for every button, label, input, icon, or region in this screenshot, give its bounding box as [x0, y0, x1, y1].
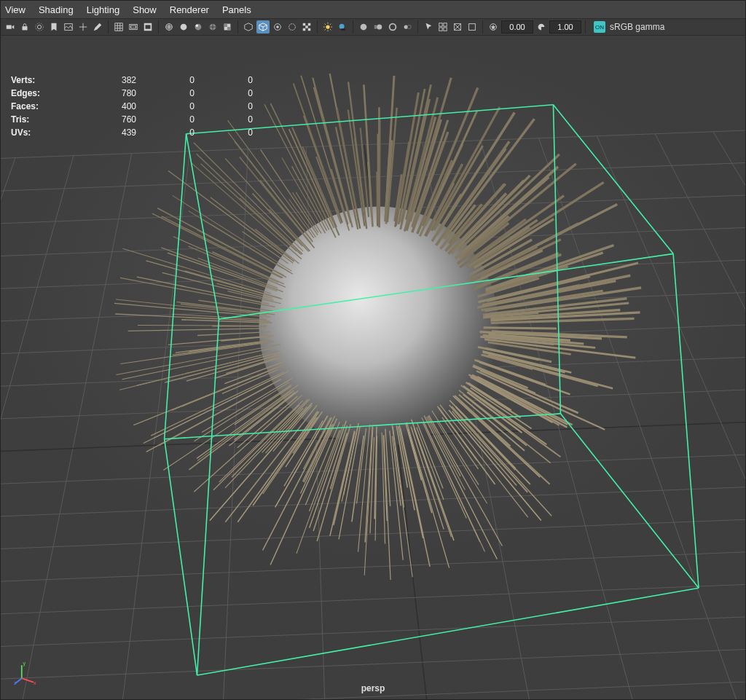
- svg-line-66: [539, 138, 745, 699]
- svg-rect-0: [23, 26, 28, 30]
- xray-icon[interactable]: [256, 20, 270, 34]
- select-camera-icon[interactable]: [4, 20, 17, 34]
- hud-row-edges: Edges: 780 0 0: [11, 87, 266, 100]
- svg-rect-14: [224, 24, 227, 27]
- svg-line-242: [181, 320, 272, 323]
- svg-line-256: [122, 248, 270, 294]
- svg-line-201: [219, 401, 303, 482]
- axis-gizmo: y x z: [14, 660, 40, 686]
- svg-line-54: [110, 152, 190, 699]
- menu-view[interactable]: View: [5, 4, 25, 15]
- toolbar-separator: [417, 20, 418, 34]
- overlay1-icon[interactable]: [451, 20, 464, 34]
- menu-show[interactable]: Show: [133, 4, 157, 15]
- depth-of-field-icon[interactable]: [401, 20, 414, 34]
- svg-point-17: [276, 25, 279, 28]
- xray-joints-icon[interactable]: [271, 20, 284, 34]
- toolbar-separator: [353, 20, 353, 34]
- svg-line-121: [449, 400, 530, 484]
- svg-line-414: [22, 678, 34, 682]
- gamma-field[interactable]: 1.00: [549, 20, 581, 34]
- svg-line-144: [412, 420, 454, 540]
- isolate-select-icon[interactable]: [242, 20, 255, 34]
- svg-point-29: [390, 24, 396, 31]
- svg-line-204: [229, 390, 299, 446]
- use-all-lights-icon[interactable]: [321, 20, 334, 34]
- textured-icon[interactable]: [221, 20, 234, 34]
- menu-shading[interactable]: Shading: [39, 4, 74, 15]
- svg-line-408: [197, 319, 219, 675]
- svg-point-9: [181, 24, 187, 31]
- toolbar-separator: [585, 20, 586, 34]
- menu-lighting[interactable]: Lighting: [87, 4, 120, 15]
- svg-point-1: [37, 25, 41, 28]
- select-tool-icon[interactable]: [422, 20, 435, 34]
- svg-line-68: [597, 136, 745, 699]
- svg-line-210: [163, 385, 292, 471]
- svg-rect-37: [469, 24, 476, 31]
- checker-icon[interactable]: [300, 20, 313, 34]
- svg-line-233: [173, 342, 267, 355]
- svg-line-67: [1, 560, 745, 634]
- anti-aliasing-icon[interactable]: [386, 20, 399, 34]
- svg-line-115: [459, 390, 551, 463]
- svg-rect-20: [308, 23, 311, 26]
- svg-line-410: [560, 414, 699, 588]
- xray-components-icon[interactable]: [286, 20, 299, 34]
- menu-renderer[interactable]: Renderer: [170, 4, 209, 15]
- 2d-pan-zoom-icon[interactable]: [76, 20, 90, 34]
- gate-mask-icon[interactable]: [141, 20, 154, 34]
- smooth-shade-all-icon[interactable]: [177, 20, 190, 34]
- polycount-icon[interactable]: [436, 20, 449, 34]
- svg-line-240: [138, 325, 267, 326]
- svg-line-299: [292, 127, 339, 236]
- gamma-icon[interactable]: [535, 20, 548, 34]
- hud-row-tris: Tris: 760 0 0: [11, 113, 266, 126]
- svg-line-48: [1, 158, 15, 699]
- image-plane-icon[interactable]: [62, 20, 75, 34]
- colorspace-badge-icon: ON: [594, 21, 605, 33]
- viewport[interactable]: Verts: 382 0 0 Edges: 780 0 0 Faces: 400…: [1, 36, 745, 699]
- film-gate-icon[interactable]: [127, 20, 140, 34]
- svg-line-217: [151, 371, 284, 436]
- ssao-icon[interactable]: [357, 20, 370, 34]
- svg-point-25: [339, 24, 345, 29]
- svg-rect-34: [439, 28, 442, 31]
- svg-line-260: [173, 237, 278, 283]
- exposure-icon[interactable]: [487, 20, 500, 34]
- svg-line-70: [655, 134, 745, 699]
- grease-pencil-icon[interactable]: [91, 20, 104, 34]
- overlay2-icon[interactable]: [466, 20, 479, 34]
- use-default-material-icon[interactable]: [192, 20, 205, 34]
- svg-line-69: [1, 591, 745, 668]
- svg-line-238: [128, 329, 267, 331]
- svg-line-50: [1, 156, 74, 699]
- svg-line-228: [119, 351, 279, 390]
- shadows-icon[interactable]: [336, 20, 349, 34]
- bookmarks-icon[interactable]: [47, 20, 60, 34]
- wireframe-icon[interactable]: [162, 20, 176, 34]
- viewport-colorspace[interactable]: ON sRGB gamma: [594, 21, 664, 33]
- polycount-hud: Verts: 382 0 0 Edges: 780 0 0 Faces: 400…: [11, 74, 266, 139]
- svg-rect-15: [227, 27, 230, 30]
- wireframe-on-shaded-icon[interactable]: [206, 20, 219, 34]
- svg-rect-7: [146, 25, 151, 28]
- svg-line-407: [673, 253, 699, 588]
- camera-lock-icon[interactable]: [18, 20, 31, 34]
- svg-line-321: [380, 120, 380, 227]
- grid-icon[interactable]: [112, 20, 125, 34]
- camera-settings-icon[interactable]: [33, 20, 46, 34]
- svg-rect-35: [444, 28, 447, 31]
- svg-rect-22: [303, 28, 306, 31]
- svg-point-18: [289, 24, 296, 31]
- toolbar-separator: [317, 20, 318, 34]
- svg-point-11: [196, 25, 199, 28]
- svg-line-63: [1, 498, 745, 568]
- svg-point-24: [326, 25, 329, 28]
- svg-text:y: y: [23, 660, 26, 666]
- menu-panels[interactable]: Panels: [222, 4, 251, 15]
- exposure-field[interactable]: 0.00: [501, 20, 533, 34]
- svg-point-26: [340, 28, 345, 31]
- motion-blur-icon[interactable]: [372, 20, 385, 34]
- toolbar-separator: [108, 20, 109, 34]
